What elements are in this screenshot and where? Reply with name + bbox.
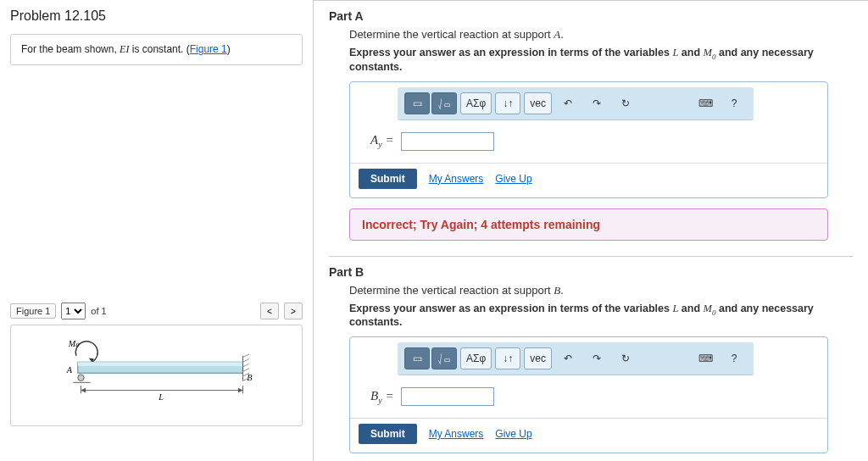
part-b-desc: Determine the vertical reaction at suppo… — [349, 284, 853, 297]
beam-highlight — [78, 362, 243, 366]
part-b-toolbar: ▭ ⎷▭ ΑΣφ ↓↑ vec ↶ ↷ ↻ ⌨ ? — [398, 342, 754, 375]
undo-button[interactable]: ↶ — [555, 92, 581, 114]
figure-image: M₀ A B L — [10, 325, 303, 426]
reset-button[interactable]: ↻ — [613, 92, 638, 114]
part-a-toolbar: ▭ ⎷▭ ΑΣφ ↓↑ vec ↶ ↷ ↻ ⌨ ? — [398, 87, 754, 120]
support-a-pin — [78, 375, 84, 380]
part-b-submit-button[interactable]: Submit — [359, 424, 417, 444]
desc-prefix: For the beam shown, — [21, 43, 120, 55]
template-button[interactable]: ▭ — [404, 347, 430, 369]
updown-button[interactable]: ↓↑ — [495, 347, 520, 369]
part-a-label: Part A — [329, 9, 853, 23]
dim-arrow-left — [81, 388, 86, 393]
figure-selector[interactable]: 1 — [61, 303, 86, 319]
part-b-instructions: Express your answer as an expression in … — [349, 303, 853, 329]
part-b-answer-input[interactable] — [401, 387, 494, 406]
redo-button[interactable]: ↷ — [584, 347, 609, 369]
keyboard-button[interactable]: ⌨ — [693, 92, 718, 114]
figure-prev-button[interactable]: < — [260, 303, 279, 319]
help-button[interactable]: ? — [721, 347, 747, 369]
figure-of-text: of 1 — [91, 306, 106, 316]
svg-line-2 — [243, 359, 249, 363]
reset-button[interactable]: ↻ — [613, 347, 638, 369]
help-button[interactable]: ? — [721, 92, 747, 114]
updown-button[interactable]: ↓↑ — [495, 92, 520, 114]
template-button[interactable]: ▭ — [404, 92, 430, 114]
desc-end: ) — [227, 43, 231, 55]
part-b-my-answers-link[interactable]: My Answers — [429, 428, 484, 440]
part-a-give-up-link[interactable]: Give Up — [495, 173, 531, 185]
part-b-label: Part B — [329, 265, 853, 279]
svg-line-4 — [243, 369, 249, 372]
moment-arrow — [75, 342, 97, 362]
part-a-desc: Determine the vertical reaction at suppo… — [349, 28, 853, 42]
part-b-give-up-link[interactable]: Give Up — [495, 428, 531, 440]
part-a-my-answers-link[interactable]: My Answers — [429, 173, 484, 185]
part-b-result-label: By = — [370, 389, 394, 405]
greek-button[interactable]: ΑΣφ — [460, 347, 492, 369]
desc-var: EI — [120, 43, 129, 55]
part-a-feedback: Incorrect; Try Again; 4 attempts remaini… — [349, 208, 828, 241]
undo-button[interactable]: ↶ — [555, 347, 581, 369]
problem-description: For the beam shown, EI is constant. (Fig… — [10, 34, 303, 65]
figure-next-button[interactable]: > — [284, 303, 303, 319]
part-a-result-label: Ay = — [370, 133, 394, 149]
part-a-submit-button[interactable]: Submit — [359, 169, 417, 189]
part-a-answer-input[interactable] — [401, 132, 494, 151]
vec-button[interactable]: vec — [524, 347, 552, 369]
greek-button[interactable]: ΑΣφ — [460, 92, 492, 114]
vec-button[interactable]: vec — [524, 92, 552, 114]
svg-line-1 — [243, 354, 249, 358]
figure-link[interactable]: Figure 1 — [190, 43, 227, 55]
dim-arrow-right — [238, 388, 243, 393]
fraction-button[interactable]: ⎷▭ — [431, 92, 457, 114]
dim-l-label: L — [158, 392, 164, 402]
figure-label: Figure 1 — [10, 303, 56, 319]
redo-button[interactable]: ↷ — [584, 92, 609, 114]
figure-controls: Figure 1 1 of 1 < > — [10, 303, 303, 319]
desc-suffix: is constant. ( — [129, 43, 189, 55]
part-b-answer-block: ▭ ⎷▭ ΑΣφ ↓↑ vec ↶ ↷ ↻ ⌨ ? By = — [349, 336, 828, 453]
support-b-label: B — [247, 373, 252, 382]
fraction-button[interactable]: ⎷▭ — [431, 347, 457, 369]
keyboard-button[interactable]: ⌨ — [693, 347, 718, 369]
svg-line-3 — [243, 364, 249, 367]
support-a-label: A — [66, 365, 73, 375]
part-a-instructions: Express your answer as an expression in … — [349, 47, 853, 73]
part-a-answer-block: ▭ ⎷▭ ΑΣφ ↓↑ vec ↶ ↷ ↻ ⌨ ? Ay = Submit My… — [349, 81, 828, 198]
problem-title: Problem 12.105 — [10, 8, 303, 24]
